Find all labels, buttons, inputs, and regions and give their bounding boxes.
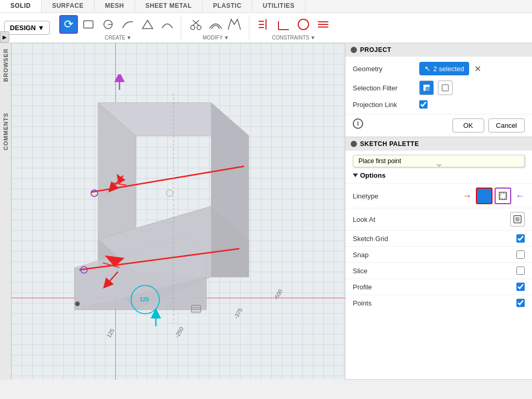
elbow-tool-button[interactable] [274, 15, 293, 34]
tab-solid[interactable]: SOLID [0, 0, 42, 12]
tab-surface[interactable]: SURFACE [42, 0, 95, 12]
project-panel: PROJECT Geometry ↖ 2 selected ✕ Selectio… [345, 43, 532, 137]
panel-close-dot[interactable] [351, 47, 357, 53]
svg-marker-60 [480, 192, 488, 200]
sketch-grid-checkbox[interactable] [516, 234, 525, 243]
linetype-arrow-left-icon: ← [515, 191, 525, 202]
line-tool-button[interactable] [118, 15, 137, 34]
tab-utilities[interactable]: UTILITIES [252, 0, 305, 12]
look-at-button[interactable] [510, 212, 525, 227]
projection-link-label: Projection Link [353, 101, 415, 109]
projection-link-checkbox-container [419, 100, 428, 109]
toolbar-actions: DESIGN ▼ ⟳ [0, 13, 532, 43]
profile-checkbox[interactable] [516, 283, 525, 291]
sketch-grid-label: Sketch Grid [353, 235, 516, 243]
svg-rect-59 [442, 85, 448, 91]
sketch-palette-close-dot[interactable] [351, 141, 357, 147]
sketch-tool-button[interactable]: ⟳ [59, 15, 78, 34]
sidebar-comments-tab[interactable]: COMMENTS [3, 113, 9, 150]
svg-rect-62 [500, 193, 506, 198]
selection-filter-secondary-button[interactable] [438, 81, 453, 95]
right-panel: PROJECT Geometry ↖ 2 selected ✕ Selectio… [345, 43, 532, 380]
collapse-button[interactable]: ▶ [0, 31, 9, 43]
constraints-label: CONSTRAINTS [272, 35, 310, 41]
svg-point-4 [191, 25, 195, 30]
tab-sheet-metal[interactable]: SHEET METAL [135, 0, 203, 12]
mirror-tool-button[interactable] [226, 15, 245, 34]
options-label: Options [360, 171, 385, 179]
geometry-value-text: 2 selected [433, 65, 464, 73]
ok-button[interactable]: OK [453, 118, 484, 132]
project-panel-body: Geometry ↖ 2 selected ✕ Selection Filter [345, 57, 532, 114]
svg-rect-66 [515, 219, 517, 221]
modify-arrow-icon: ▼ [224, 35, 229, 41]
linetype-label: Linetype [353, 192, 462, 200]
main-area: ▶ BROWSER COMMENTS [0, 43, 532, 380]
tab-mesh[interactable]: MESH [95, 0, 135, 12]
sketch-grid-control [516, 234, 525, 243]
snap-row: Snap [345, 246, 532, 262]
geometry-clear-button[interactable]: ✕ [473, 63, 482, 75]
points-label: Points [353, 299, 516, 307]
cancel-button[interactable]: Cancel [488, 118, 525, 132]
profile-control [516, 283, 525, 291]
canvas-grid [11, 43, 345, 380]
svg-rect-58 [425, 87, 430, 91]
points-checkbox[interactable] [516, 299, 525, 307]
hatch-tool-button[interactable] [255, 15, 273, 34]
menu-tool-button[interactable] [314, 15, 332, 34]
geometry-row: Geometry ↖ 2 selected ✕ [353, 62, 525, 75]
profile-label: Profile [353, 283, 516, 291]
tab-plastic[interactable]: PLASTIC [203, 0, 252, 12]
toolbar: SOLID SURFACE MESH SHEET METAL PLASTIC U… [0, 0, 532, 43]
offset-tool-button[interactable] [206, 15, 225, 34]
linetype-dashed-button[interactable] [495, 188, 511, 204]
linetype-control: → ← [462, 188, 525, 204]
points-row: Points [345, 295, 532, 311]
svg-rect-0 [84, 21, 93, 28]
points-control [516, 299, 525, 307]
svg-rect-65 [517, 217, 520, 219]
slice-checkbox[interactable] [516, 267, 525, 275]
sidebar-browser-tab[interactable]: BROWSER [3, 48, 9, 82]
options-collapse-icon[interactable] [353, 174, 358, 177]
info-icon[interactable]: i [353, 118, 363, 129]
selection-filter-label: Selection Filter [353, 84, 415, 92]
constraint-circle-button[interactable] [294, 15, 313, 34]
geometry-label: Geometry [353, 65, 415, 73]
create-arrow-icon: ▼ [126, 35, 131, 41]
project-panel-header: PROJECT [345, 43, 532, 57]
svg-rect-64 [515, 217, 517, 219]
look-at-label: Look At [353, 216, 510, 223]
snap-label: Snap [353, 251, 516, 259]
triangle-tool-button[interactable] [138, 15, 157, 34]
constraints-group: CONSTRAINTS ▼ [250, 15, 337, 41]
svg-rect-67 [517, 219, 520, 221]
toolbar-tabs: SOLID SURFACE MESH SHEET METAL PLASTIC U… [0, 0, 532, 13]
selection-filter-primary-button[interactable] [419, 81, 434, 95]
svg-point-5 [197, 25, 201, 30]
create-group: ⟳ [55, 15, 181, 41]
design-button[interactable]: DESIGN ▼ [4, 21, 50, 35]
place-first-point-tooltip: Place first point [353, 155, 525, 167]
svg-marker-3 [142, 20, 153, 29]
sketch-palette-title: SKETCH PALETTE [360, 140, 419, 148]
scissors-tool-button[interactable] [187, 15, 205, 34]
linetype-solid-button[interactable] [476, 188, 493, 204]
geometry-value-button[interactable]: ↖ 2 selected [419, 62, 469, 75]
selection-filter-row: Selection Filter [353, 81, 525, 95]
snap-checkbox[interactable] [516, 250, 525, 259]
canvas-area[interactable]: 125 125 -250 -375 -500 [11, 43, 345, 380]
sketch-grid-row: Sketch Grid [345, 230, 532, 246]
modify-group: MODIFY ▼ [182, 15, 249, 41]
arc-tool-button[interactable] [158, 15, 177, 34]
projection-link-checkbox[interactable] [419, 100, 428, 109]
cursor-icon: ↖ [424, 64, 431, 73]
tooltip-container: Place first point [353, 155, 525, 167]
create-label: CREATE [104, 35, 125, 41]
slice-row: Slice [345, 262, 532, 278]
linetype-row: Linetype → ← [345, 183, 532, 208]
circle-tool-button[interactable] [99, 15, 117, 34]
project-panel-title: PROJECT [360, 46, 391, 54]
rect-tool-button[interactable] [79, 15, 98, 34]
